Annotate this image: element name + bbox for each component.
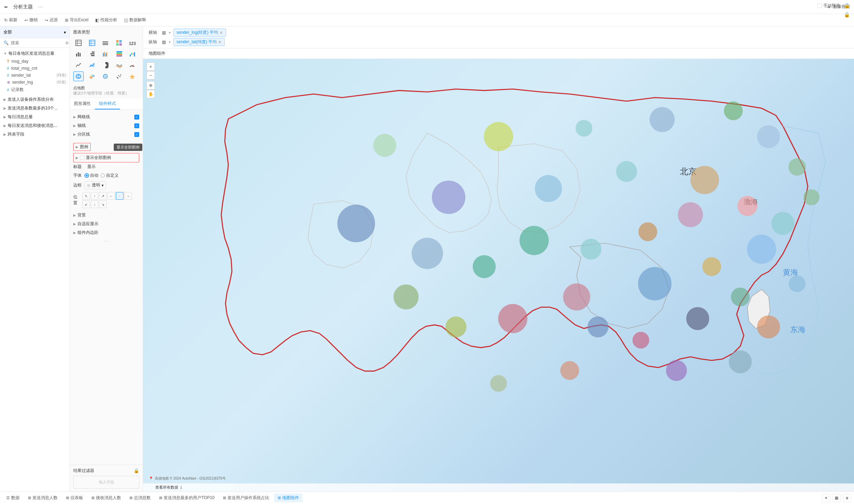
search-input[interactable] xyxy=(11,40,63,45)
x-chart-icon[interactable]: ⊠ xyxy=(162,30,166,36)
main-layout: 全部 ▾ 🔍 ⊕ ▼ 每日各地区发送消息总量 T msg_day # total… xyxy=(0,26,854,491)
axis-expand[interactable]: ▶ 轴线 xyxy=(73,123,86,129)
bottom-tab-senders[interactable]: ⊞ 发送消息人数 xyxy=(24,494,61,502)
y-dropdown-icon[interactable]: ▾ xyxy=(169,40,171,44)
chart-grouped-bar-icon[interactable] xyxy=(100,49,111,59)
data-explain-btn[interactable]: ◫ 数据解释 xyxy=(124,17,146,23)
pos-middlecenter[interactable]: · xyxy=(116,192,123,200)
x-tag-close[interactable]: ✕ xyxy=(219,30,223,35)
chart-globe-icon[interactable] xyxy=(100,71,111,81)
bottom-tab-data[interactable]: ☰ 数据 xyxy=(3,494,23,502)
add-tab-btn[interactable]: + xyxy=(822,494,830,502)
pos-bottomcenter[interactable]: ↓ xyxy=(91,200,98,208)
zoom-out-btn[interactable]: − xyxy=(147,71,155,79)
chart-stacked-icon[interactable] xyxy=(114,49,124,59)
add-search-icon[interactable]: ⊕ xyxy=(65,40,69,45)
export-excel-btn[interactable]: ⊞ 导出Excel xyxy=(65,17,88,23)
axis-checkbox[interactable] xyxy=(134,123,139,128)
chart-gauge-icon[interactable] xyxy=(127,60,137,70)
sidebar-item-msgday[interactable]: T msg_day xyxy=(0,58,69,65)
bottom-tab-total-msg[interactable]: ⊞ 总消息数 xyxy=(126,494,154,502)
grid-checkbox[interactable] xyxy=(134,115,139,120)
chart-scatter-icon[interactable] xyxy=(114,71,124,81)
pos-bottomleft[interactable]: ↙ xyxy=(82,200,90,208)
map-container[interactable]: 北京 渤海 黄海 东海 + − ⊕ ✋ 📍 高德地图 © 2024 xyxy=(143,59,854,491)
bottom-tab-map[interactable]: ⊞ 地图组件 xyxy=(274,494,302,502)
pos-middleright[interactable]: → xyxy=(124,192,132,200)
svg-rect-11 xyxy=(116,40,119,43)
grid-expand[interactable]: ▶ 网格线 xyxy=(73,114,90,120)
x-dropdown-icon[interactable]: ▾ xyxy=(169,31,171,35)
radio-custom[interactable]: 自定义 xyxy=(100,173,119,178)
section-header-daily2[interactable]: ▶ 每日消息总量 xyxy=(0,113,69,121)
radio-auto[interactable]: 自动 xyxy=(84,173,98,178)
padding-section[interactable]: ▶ 组件内边距 xyxy=(70,228,143,237)
svg-point-38 xyxy=(90,76,92,79)
chart-pivot-icon[interactable] xyxy=(100,38,111,48)
bottom-tab-top10[interactable]: ⊞ 发送消息最多的用户TOP10 xyxy=(156,494,218,502)
section-header-top10[interactable]: ▶ 发送消息条数最多的10个... xyxy=(0,104,69,113)
sidebar-dropdown[interactable]: 全部 ▾ xyxy=(0,26,69,38)
back-icon[interactable]: ⬅ xyxy=(4,5,8,9)
y-chart-icon[interactable]: ⊠ xyxy=(162,39,166,45)
pos-bottomright[interactable]: ↘ xyxy=(99,200,107,208)
chart-crosstab-icon[interactable] xyxy=(87,38,97,48)
chart-color-table-icon[interactable] xyxy=(114,38,124,48)
chart-table-icon[interactable] xyxy=(73,38,84,48)
sidebar-item-totalmsg[interactable]: # total_msg_cnt xyxy=(0,65,69,72)
chart-area-icon[interactable] xyxy=(87,60,97,70)
compass-btn[interactable]: ⊕ xyxy=(147,81,155,90)
chart-number-icon[interactable]: 123 xyxy=(127,38,137,48)
grid-view-btn[interactable]: ⊞ xyxy=(832,494,841,502)
pos-topright[interactable]: ↗ xyxy=(99,192,107,200)
undo-btn[interactable]: ↩ 撤销 xyxy=(24,17,38,23)
data-explain-icon: ◫ xyxy=(124,18,128,23)
zoom-in-btn[interactable]: + xyxy=(147,62,155,71)
hand-tool-btn[interactable]: ✋ xyxy=(147,90,155,98)
refresh-btn[interactable]: ↻ 刷新 xyxy=(4,17,17,23)
filter-drop-zone[interactable]: 拖入字段 xyxy=(73,476,139,489)
chart-column-icon[interactable] xyxy=(87,49,97,59)
bg-section[interactable]: ▶ 背景 xyxy=(70,211,143,220)
pos-topcenter[interactable]: ↑ xyxy=(91,192,98,200)
bottom-tab-dashboard[interactable]: ⊞ 仪表板 xyxy=(62,494,87,502)
chart-waterfall-icon[interactable] xyxy=(127,49,137,59)
sidebar-item-senderlng[interactable]: ⊕ sender_lng (经度) xyxy=(0,79,69,86)
chart-custom-icon[interactable] xyxy=(127,71,137,81)
sidebar-item-senderlat[interactable]: # sender_lat (纬度) xyxy=(0,72,69,79)
bottom-tab-os[interactable]: ⊞ 发送用户操作系统占比 xyxy=(219,494,273,502)
zone-checkbox[interactable] xyxy=(134,132,139,137)
section-header-daily[interactable]: ▼ 每日各地区发送消息总量 xyxy=(0,49,69,58)
chart-map-icon[interactable] xyxy=(73,71,84,81)
zone-expand[interactable]: ▶ 分区线 xyxy=(73,131,90,137)
show-legend-checkbox[interactable] xyxy=(80,155,84,160)
view-all-checkbox[interactable] xyxy=(149,485,153,490)
adaptive-section[interactable]: ▶ 自适应显示 xyxy=(70,220,143,228)
more-menu-icon[interactable]: ⋯ xyxy=(38,5,43,9)
map-zoom-controls: + − ⊕ ✋ xyxy=(147,62,155,98)
perf-icon: ◧ xyxy=(95,18,99,23)
border-select[interactable]: ⊘ 透明 ▾ xyxy=(84,181,106,189)
bottom-tab-receivers[interactable]: ⊞ 接收消息人数 xyxy=(88,494,125,502)
y-axis-tag[interactable]: sender_lat(纬度) 平均 ✕ xyxy=(173,38,225,46)
pos-topleft[interactable]: ↖ xyxy=(82,192,90,200)
filter-lock-icon[interactable]: 🔒 xyxy=(134,468,139,473)
section-header-device[interactable]: ▶ 发送人设备操作系统分布 xyxy=(0,95,69,104)
perf-analysis-btn[interactable]: ◧ 性能分析 xyxy=(95,17,117,23)
pos-middleleft[interactable]: ← xyxy=(107,192,115,200)
chart-line-icon[interactable] xyxy=(73,60,84,70)
chart-pie-icon[interactable] xyxy=(100,60,111,70)
section-header-send-recv[interactable]: ▶ 每日发送消息和接收消息... xyxy=(0,121,69,130)
x-axis-tag[interactable]: sender_lng(经度) 平均 ✕ xyxy=(173,29,226,37)
list-view-btn[interactable]: ≡ xyxy=(843,494,851,502)
chart-bubble-icon[interactable] xyxy=(87,71,97,81)
section-header-cross[interactable]: ▶ 跨表字段 xyxy=(0,130,69,139)
chart-bar-icon[interactable] xyxy=(73,49,84,59)
chart-wave-icon[interactable] xyxy=(114,60,124,70)
tab-shape-props[interactable]: 图形属性 xyxy=(70,99,95,109)
font-row: 字体 自动 自定义 xyxy=(73,171,139,180)
tab-component-style[interactable]: 组件样式 xyxy=(95,99,120,109)
sidebar-item-records[interactable]: # 记录数 xyxy=(0,86,69,94)
redo-btn[interactable]: ↪ 还原 xyxy=(45,17,58,23)
y-tag-close[interactable]: ✕ xyxy=(218,40,222,45)
